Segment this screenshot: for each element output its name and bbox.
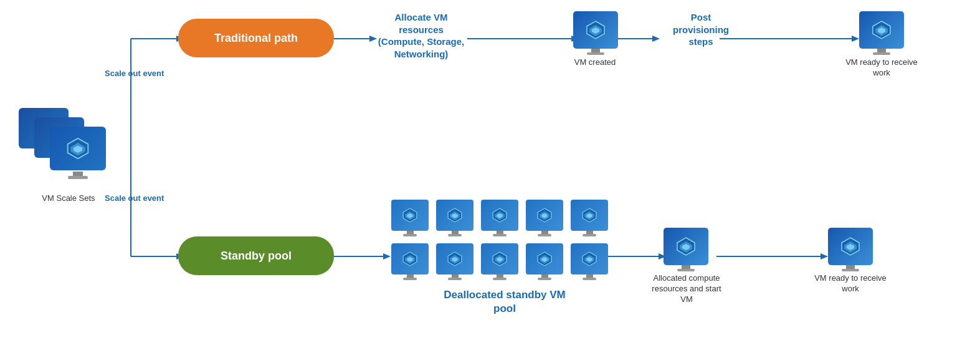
standby-vm-1 — [391, 200, 429, 236]
svg-marker-11 — [652, 36, 660, 42]
traditional-path-pill: Traditional path — [178, 19, 334, 57]
standby-vm-5 — [571, 200, 608, 236]
vm-ready-bottom-icon — [828, 228, 873, 271]
main-diagram: VM Scale Sets Scale out event Scale out … — [0, 0, 980, 345]
vm-ready-bottom-label: VM ready to receive work — [813, 273, 888, 294]
vm-created-label: VM created — [561, 57, 629, 68]
standby-vm-9 — [526, 243, 563, 280]
standby-pool-pill: Standby pool — [178, 236, 334, 275]
vm-scaleset-icon-3 — [50, 125, 106, 179]
standby-vm-7 — [436, 243, 473, 280]
vm-created-icon — [573, 11, 618, 55]
svg-marker-15 — [383, 253, 391, 260]
standby-vm-4 — [526, 200, 563, 236]
svg-marker-13 — [852, 36, 859, 42]
allocated-compute-label: Allocated compute resources and start VM — [649, 273, 724, 305]
allocated-compute-icon — [664, 228, 708, 271]
deallocated-pool-label: Deallocated standby VMpool — [399, 288, 611, 316]
svg-marker-19 — [821, 253, 828, 260]
standby-vm-10 — [571, 243, 608, 280]
allocate-vm-label: Allocate VM resources(Compute, Storage,N… — [371, 11, 471, 60]
standby-vm-2 — [436, 200, 473, 236]
vm-ready-top-label: VM ready to receive work — [844, 57, 919, 79]
post-provisioning-label: Postprovisioningsteps — [660, 11, 741, 48]
scale-out-top-label: Scale out event — [105, 69, 164, 79]
vm-ready-top-icon — [859, 11, 904, 55]
scale-out-bottom-label: Scale out event — [105, 193, 164, 204]
standby-vm-6 — [391, 243, 429, 280]
standby-vm-8 — [481, 243, 518, 280]
standby-vm-3 — [481, 200, 518, 236]
vm-scale-sets-label: VM Scale Sets — [31, 193, 106, 204]
